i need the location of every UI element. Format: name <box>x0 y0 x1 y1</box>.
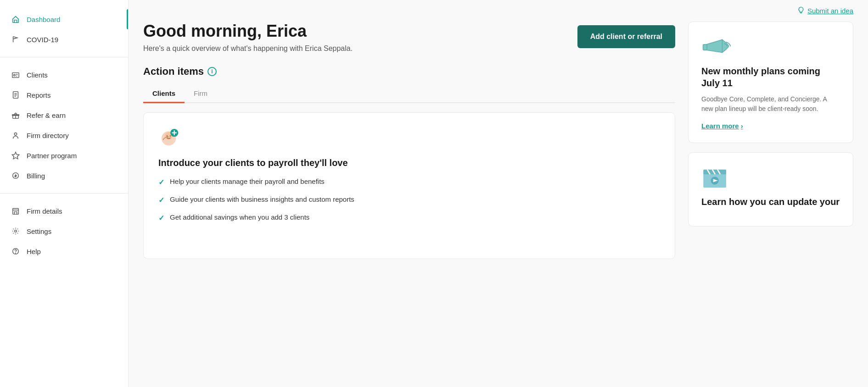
promo-card-1-desc: Goodbye Core, Complete, and Concierge. A… <box>701 94 840 114</box>
gift-icon <box>11 111 20 120</box>
sidebar-item-reports[interactable]: Reports <box>0 85 128 105</box>
checklist-item-1: ✓ Help your clients manage their payroll… <box>158 177 660 188</box>
sidebar-item-firm-directory-label: Firm directory <box>27 132 69 139</box>
promo-card-2-title: Learn how you can update your <box>701 196 840 208</box>
sidebar-item-firm-details-label: Firm details <box>27 207 62 215</box>
header-row: Good morning, Erica Here's a quick overv… <box>143 22 675 66</box>
promo-card-video: Learn how you can update your <box>688 152 853 227</box>
content-area: Good morning, Erica Here's a quick overv… <box>129 22 868 387</box>
question-icon <box>11 247 20 256</box>
sidebar-item-refer[interactable]: Refer & earn <box>0 105 128 125</box>
check-icon-1: ✓ <box>158 177 164 188</box>
page-title: Good morning, Erica <box>143 22 353 41</box>
sidebar-item-help-label: Help <box>27 248 41 255</box>
sidebar-item-covid-label: COVID-19 <box>27 36 58 44</box>
checklist: ✓ Help your clients manage their payroll… <box>158 177 660 224</box>
submit-idea-link[interactable]: Submit an idea <box>797 6 853 15</box>
right-panel: New monthly plans coming July 11 Goodbye… <box>688 22 853 372</box>
coin-icon <box>11 171 20 180</box>
page-header: Good morning, Erica Here's a quick overv… <box>143 22 353 53</box>
sidebar-item-clients-label: Clients <box>27 71 48 79</box>
left-panel: Good morning, Erica Here's a quick overv… <box>143 22 675 372</box>
card-title: Introduce your clients to payroll they'l… <box>158 158 660 168</box>
sidebar-item-settings-label: Settings <box>27 227 51 235</box>
action-card: Introduce your clients to payroll they'l… <box>143 112 675 259</box>
sidebar-item-dashboard[interactable]: Dashboard <box>0 9 128 29</box>
lightbulb-icon <box>797 6 805 15</box>
home-icon <box>11 15 20 24</box>
sidebar-item-clients[interactable]: Clients <box>0 65 128 85</box>
learn-more-label: Learn more <box>701 122 739 130</box>
flag-icon <box>11 35 20 44</box>
sidebar-divider-1 <box>0 57 128 57</box>
svg-marker-5 <box>12 152 19 159</box>
svg-point-14 <box>170 135 171 137</box>
checklist-item-2-text: Guide your clients with business insight… <box>170 194 354 205</box>
user-card-icon <box>11 70 20 79</box>
action-items-heading: Action items i <box>143 66 675 77</box>
megaphone-icon <box>701 35 727 57</box>
check-icon-3: ✓ <box>158 213 164 224</box>
sidebar: Dashboard COVID-19 Clients Reports <box>0 0 129 387</box>
learn-more-link[interactable]: Learn more › <box>701 122 840 130</box>
sidebar-item-covid[interactable]: COVID-19 <box>0 29 128 50</box>
sidebar-item-firm-directory[interactable]: Firm directory <box>0 125 128 145</box>
promo-card-new-plans: New monthly plans coming July 11 Goodbye… <box>688 22 853 143</box>
svg-point-10 <box>16 253 16 254</box>
svg-point-13 <box>167 135 168 137</box>
chevron-right-icon: › <box>741 122 743 130</box>
clapboard-icon <box>701 166 727 188</box>
checklist-item-1-text: Help your clients manage their payroll a… <box>170 177 325 187</box>
page-subtitle: Here's a quick overview of what's happen… <box>143 44 353 53</box>
main-content: Submit an idea Good morning, Erica Here'… <box>129 0 868 387</box>
building-icon <box>11 206 20 216</box>
checklist-item-3-text: Get additional savings when you add 3 cl… <box>170 212 309 223</box>
check-icon-2: ✓ <box>158 195 164 206</box>
info-icon[interactable]: i <box>207 67 217 76</box>
sidebar-divider-2 <box>0 193 128 194</box>
svg-rect-7 <box>13 209 19 215</box>
sidebar-item-refer-label: Refer & earn <box>27 111 66 119</box>
tab-clients[interactable]: Clients <box>143 85 185 103</box>
sidebar-item-settings[interactable]: Settings <box>0 221 128 241</box>
sidebar-item-reports-label: Reports <box>27 91 51 99</box>
sidebar-item-dashboard-label: Dashboard <box>27 16 60 23</box>
svg-point-4 <box>14 133 17 135</box>
topbar: Submit an idea <box>129 0 868 22</box>
gear-icon <box>11 227 20 236</box>
svg-rect-16 <box>703 44 707 50</box>
submit-idea-label: Submit an idea <box>807 7 853 15</box>
star-icon <box>11 151 20 160</box>
sidebar-item-billing-label: Billing <box>27 172 45 180</box>
add-client-button[interactable]: Add client or referral <box>577 25 675 48</box>
sidebar-item-firm-details[interactable]: Firm details <box>0 201 128 221</box>
action-items-title-text: Action items <box>143 66 204 77</box>
person-icon <box>11 131 20 140</box>
tab-firm[interactable]: Firm <box>185 85 217 103</box>
add-person-icon <box>158 126 182 149</box>
sidebar-item-billing[interactable]: Billing <box>0 166 128 186</box>
file-icon <box>11 90 20 100</box>
svg-point-8 <box>15 230 17 232</box>
sidebar-item-partner-label: Partner program <box>27 152 77 160</box>
action-items-section: Action items i Clients Firm <box>143 66 675 259</box>
checklist-item-3: ✓ Get additional savings when you add 3 … <box>158 212 660 224</box>
checklist-item-2: ✓ Guide your clients with business insig… <box>158 194 660 206</box>
sidebar-item-partner-program[interactable]: Partner program <box>0 145 128 166</box>
svg-point-1 <box>14 74 16 76</box>
action-items-tabs: Clients Firm <box>143 85 675 103</box>
sidebar-item-help[interactable]: Help <box>0 241 128 261</box>
promo-card-1-title: New monthly plans coming July 11 <box>701 65 840 89</box>
